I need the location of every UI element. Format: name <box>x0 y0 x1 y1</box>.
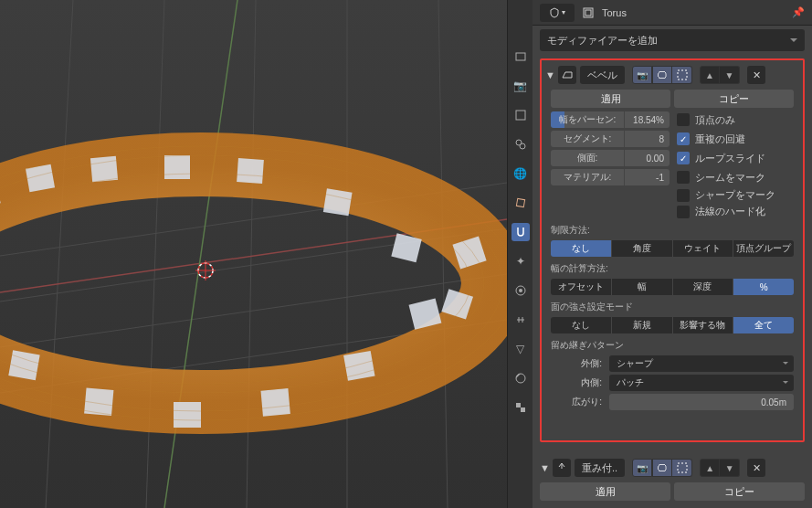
display-viewport-toggle[interactable]: 🖵 <box>652 66 672 84</box>
wmethod-percent-tab[interactable]: % <box>733 279 794 295</box>
tab-scene[interactable] <box>511 135 530 153</box>
fstrength-affected-tab[interactable]: 影響する物 <box>673 317 734 333</box>
tab-world[interactable]: 🌐 <box>511 164 530 183</box>
tab-physics[interactable] <box>511 281 530 300</box>
svg-rect-18 <box>323 188 353 216</box>
fstrength-none-tab[interactable]: なし <box>551 317 612 333</box>
segments-label[interactable]: セグメント: <box>551 131 624 147</box>
profile-label[interactable]: 側面: <box>551 150 624 166</box>
loop-slide-label: ループスライド <box>695 152 765 165</box>
tab-mesh[interactable]: ▽ <box>511 340 530 358</box>
limit-method-section-label: 制限方法: <box>551 224 799 237</box>
collapse-triangle-2[interactable]: ▼ <box>540 462 549 473</box>
inner-miter-label: 内側: <box>551 376 602 389</box>
apply-button[interactable]: 適用 <box>551 90 670 108</box>
loop-slide-checkbox[interactable]: ✓ <box>677 152 690 164</box>
svg-rect-47 <box>521 407 525 412</box>
material-value[interactable]: -1 <box>624 169 670 185</box>
modifier-name-field[interactable]: ベベル <box>580 66 625 84</box>
width-label[interactable]: 幅をパーセン: <box>551 111 624 128</box>
segments-value[interactable]: 8 <box>624 131 670 147</box>
copy-button[interactable]: コピー <box>674 90 794 108</box>
fstrength-all-tab[interactable]: 全て <box>733 317 794 333</box>
object-icon <box>582 6 595 19</box>
material-label[interactable]: マテリアル: <box>551 169 624 185</box>
m2-render-toggle[interactable]: 📷 <box>632 459 652 477</box>
tab-particles[interactable]: ✦ <box>511 252 530 270</box>
svg-rect-39 <box>516 111 525 120</box>
vertices-only-label: 頂点のみ <box>695 113 735 127</box>
svg-rect-27 <box>343 351 374 381</box>
properties-panel: ▾ Torus 📌 モディファイアーを追加 ▼ ベベル 📷 🖵 ▲ ▼ ✕ <box>533 0 812 508</box>
mark-seam-checkbox[interactable] <box>677 171 690 184</box>
torus-wireframe-render <box>0 0 507 508</box>
inner-miter-dropdown[interactable]: パッチ <box>609 375 794 391</box>
editor-type-dropdown[interactable]: ▾ <box>540 4 575 22</box>
add-modifier-label: モディファイアーを追加 <box>547 34 658 48</box>
outer-miter-dropdown[interactable]: シャープ <box>609 355 794 372</box>
outer-miter-label: 外側: <box>551 357 602 370</box>
move-up-button[interactable]: ▲ <box>700 66 720 84</box>
width-method-section-label: 幅の計算方法: <box>551 262 799 275</box>
limit-weight-tab[interactable]: ウェイト <box>673 240 734 257</box>
m2-move-down-button[interactable]: ▼ <box>720 459 740 477</box>
m2-copy-button[interactable]: コピー <box>674 482 805 501</box>
vertices-only-checkbox[interactable] <box>677 113 690 126</box>
width-value[interactable]: 18.54% <box>624 111 670 128</box>
harden-normals-checkbox[interactable] <box>677 206 690 218</box>
profile-value[interactable]: 0.00 <box>624 150 670 166</box>
clamp-overlap-label: 重複の回避 <box>695 132 745 146</box>
properties-icon <box>549 7 560 18</box>
tab-object[interactable] <box>511 194 530 212</box>
display-editmode-toggle[interactable] <box>672 66 692 84</box>
clamp-overlap-checkbox[interactable]: ✓ <box>677 132 690 145</box>
highlighted-modifier-settings: ▼ ベベル 📷 🖵 ▲ ▼ ✕ 適用 コピー 幅をパーセン: 18.54% <box>540 58 805 442</box>
fstrength-new-tab[interactable]: 新規 <box>612 317 673 333</box>
move-down-button[interactable]: ▼ <box>720 66 740 84</box>
wmethod-offset-tab[interactable]: オフセット <box>551 279 612 295</box>
svg-rect-14 <box>26 164 55 192</box>
limit-vgroup-tab[interactable]: 頂点グループ <box>733 240 794 257</box>
display-render-toggle[interactable]: 📷 <box>632 66 652 84</box>
svg-point-11 <box>0 164 493 402</box>
svg-point-44 <box>519 289 522 292</box>
m2-editmode-toggle[interactable] <box>672 459 692 477</box>
wmethod-width-tab[interactable]: 幅 <box>612 279 673 295</box>
m2-delete-button[interactable]: ✕ <box>747 459 765 477</box>
svg-rect-16 <box>164 155 190 179</box>
svg-rect-26 <box>261 388 290 417</box>
properties-tab-strip: 📷 🌐 ✦ ▽ <box>507 0 533 508</box>
wmethod-depth-tab[interactable]: 深度 <box>673 279 734 295</box>
svg-rect-17 <box>237 158 264 184</box>
tab-constraints[interactable] <box>511 311 530 329</box>
m2-move-up-button[interactable]: ▲ <box>700 459 720 477</box>
harden-normals-label: 法線のハード化 <box>695 205 765 218</box>
tab-view-layer[interactable] <box>511 106 530 124</box>
m2-viewport-toggle[interactable]: 🖵 <box>652 459 672 477</box>
spread-value[interactable]: 0.05m <box>609 394 794 410</box>
svg-point-41 <box>520 143 525 149</box>
tab-modifiers[interactable] <box>511 223 530 241</box>
svg-rect-15 <box>90 156 118 182</box>
tab-output[interactable]: 📷 <box>511 77 530 95</box>
svg-rect-42 <box>516 198 524 206</box>
collapse-triangle[interactable]: ▼ <box>545 69 554 80</box>
add-modifier-dropdown[interactable]: モディファイアーを追加 <box>540 29 805 51</box>
delete-modifier-button[interactable]: ✕ <box>747 66 765 84</box>
spread-label: 広がり: <box>551 396 602 408</box>
svg-rect-50 <box>678 70 687 79</box>
mark-sharp-checkbox[interactable] <box>677 189 690 202</box>
limit-none-tab[interactable]: なし <box>551 240 612 257</box>
modifier2-name-field[interactable]: 重み付.. <box>575 459 625 477</box>
object-name: Torus <box>602 7 627 18</box>
limit-angle-tab[interactable]: 角度 <box>612 240 673 257</box>
svg-rect-38 <box>516 53 525 60</box>
viewport-3d[interactable] <box>0 0 507 508</box>
m2-apply-button[interactable]: 適用 <box>540 482 670 501</box>
tab-render[interactable] <box>511 48 530 66</box>
pin-icon[interactable]: 📌 <box>792 6 805 18</box>
tab-material[interactable] <box>511 369 530 387</box>
face-strength-section-label: 面の強さ設定モード <box>551 301 799 313</box>
tab-texture[interactable] <box>511 398 530 417</box>
svg-rect-25 <box>174 402 201 428</box>
